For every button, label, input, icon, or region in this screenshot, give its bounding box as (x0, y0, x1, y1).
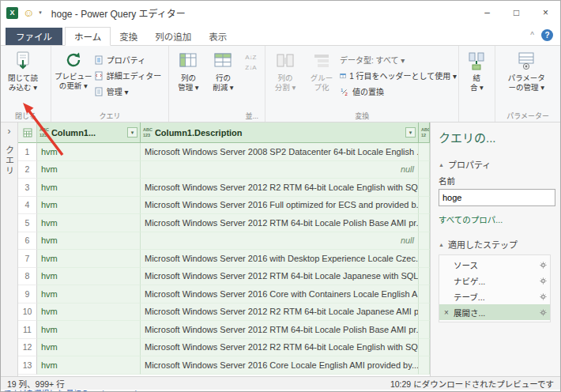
cell-partial-column[interactable] (419, 356, 430, 375)
use-first-row-button[interactable]: 1 行目をヘッダーとして使用 ▾ (340, 69, 457, 82)
cell-column1[interactable]: hvm (37, 197, 141, 215)
tab-view[interactable]: 表示 (200, 28, 235, 45)
group-by-button[interactable]: グルー プ化 (303, 47, 340, 111)
tab-file[interactable]: ファイル (6, 28, 62, 45)
data-type-button[interactable]: データ型: すべて ▾ (340, 53, 457, 66)
cell-column1[interactable]: hvm (37, 303, 141, 322)
cell-column1-description[interactable]: Microsoft Windows Server 2012 RTM 64-bit… (141, 268, 419, 286)
cell-column1[interactable]: hvm (37, 356, 141, 375)
row-number[interactable]: 4 (18, 197, 37, 215)
cell-column1[interactable]: hvm (37, 161, 141, 179)
cell-column1[interactable]: hvm (37, 268, 141, 286)
cell-partial-column[interactable] (419, 179, 430, 197)
cell-column1-description[interactable]: Microsoft Windows Server 2016 Full optim… (141, 197, 419, 215)
cell-column1-description[interactable]: Microsoft Windows Server 2012 R2 RTM 64-… (141, 303, 419, 322)
cell-column1-description[interactable]: Microsoft Windows Server 2016 Core with … (141, 285, 419, 303)
applied-step[interactable]: ×展開さ... (439, 304, 550, 320)
tab-add-column[interactable]: 列の追加 (146, 28, 200, 45)
cell-column1[interactable]: hvm (37, 143, 141, 161)
close-and-load-button[interactable]: 閉じて読 み込む ▾ (2, 47, 43, 111)
delete-step-icon[interactable]: × (442, 308, 450, 317)
expand-queries-pane-icon[interactable]: › (8, 126, 11, 136)
help-icon[interactable]: ? (541, 29, 553, 41)
tab-home[interactable]: ホーム (65, 27, 111, 46)
sort-descending-button[interactable]: Z↓A (245, 65, 256, 71)
cell-column1[interactable]: hvm (37, 321, 141, 339)
properties-section-header[interactable]: ▲ プロパティ (439, 158, 552, 171)
row-number[interactable]: 8 (18, 268, 37, 286)
cell-column1[interactable]: hvm (37, 285, 141, 303)
manage-button[interactable]: 管理 ▾ (94, 85, 167, 98)
row-number[interactable]: 5 (18, 214, 37, 232)
feedback-smiley-icon[interactable]: ☺ (23, 7, 34, 18)
reduce-rows-button[interactable]: 行の 削減 ▾ (205, 47, 240, 111)
cell-column1[interactable]: hvm (37, 232, 141, 251)
close-button[interactable]: × (531, 1, 560, 24)
cell-partial-column[interactable] (419, 232, 430, 251)
step-settings-icon[interactable] (540, 262, 547, 269)
merge-queries-button[interactable]: 結 合 ▾ (461, 47, 492, 111)
applied-steps-section-header[interactable]: ▲ 適用したステップ (439, 238, 552, 251)
cell-partial-column[interactable] (419, 214, 430, 232)
properties-button[interactable]: プロパティ (94, 53, 167, 66)
filter-dropdown-icon[interactable]: ▾ (127, 127, 137, 138)
row-number[interactable]: 6 (18, 232, 37, 251)
step-settings-icon[interactable] (540, 293, 547, 300)
cell-partial-column[interactable] (419, 143, 430, 161)
tab-transform[interactable]: 変換 (111, 28, 146, 45)
refresh-preview-button[interactable]: プレビュー の更新 ▾ (53, 47, 94, 111)
cell-partial-column[interactable] (419, 303, 430, 322)
cell-column1-description[interactable]: null (141, 161, 419, 179)
cell-partial-column[interactable] (419, 250, 430, 268)
cell-column1-description[interactable]: Microsoft Windows Server 2008 SP2 Datace… (141, 143, 419, 161)
cell-column1-description[interactable]: null (141, 232, 419, 251)
step-settings-icon[interactable] (540, 277, 547, 285)
row-number[interactable]: 1 (18, 143, 37, 161)
cell-column1-description[interactable]: Microsoft Windows Server 2012 R2 RTM 64-… (141, 179, 419, 197)
step-settings-icon[interactable] (540, 309, 547, 316)
cell-column1[interactable]: hvm (37, 339, 141, 357)
cell-partial-column[interactable] (419, 339, 430, 357)
cell-partial-column[interactable] (419, 161, 430, 179)
row-number[interactable]: 9 (18, 285, 37, 303)
cell-column1[interactable]: hvm (37, 214, 141, 232)
applied-step[interactable]: テーブ... (439, 288, 550, 304)
quick-access-dropdown-icon[interactable]: ▾ (39, 9, 42, 16)
cell-column1[interactable]: hvm (37, 179, 141, 197)
row-number[interactable]: 12 (18, 339, 37, 357)
column-type-icon[interactable]: ABC 123 (143, 127, 152, 137)
cell-column1-description[interactable]: Microsoft Windows Server 2012 R2 RTM 64-… (141, 339, 419, 357)
cell-column1-description[interactable]: Microsoft Windows Server 2016 Core Local… (141, 356, 419, 375)
row-number[interactable]: 7 (18, 250, 37, 268)
applied-step[interactable]: ナビゲ... (439, 273, 550, 288)
column-header-partial[interactable]: ABC 12 (419, 122, 430, 143)
row-number[interactable]: 2 (18, 161, 37, 179)
row-number[interactable]: 13 (18, 356, 37, 375)
cell-partial-column[interactable] (419, 321, 430, 339)
table-corner-button[interactable] (18, 122, 37, 143)
cell-column1-description[interactable]: Microsoft Windows Server 2016 with Deskt… (141, 250, 419, 268)
manage-columns-button[interactable]: 列の 管理 ▾ (171, 47, 205, 111)
collapse-triangle-icon[interactable]: ▲ (439, 242, 444, 247)
collapse-triangle-icon[interactable]: ▲ (439, 162, 444, 168)
sort-ascending-button[interactable]: A↓Z (245, 55, 256, 61)
filter-dropdown-icon[interactable]: ▾ (405, 127, 416, 138)
queries-pane-label[interactable]: クエリ (3, 145, 16, 176)
replace-values-button[interactable]: 1 2 値の置換 (340, 85, 457, 98)
manage-parameters-button[interactable]: パラメータ ーの管理 ▾ (497, 47, 555, 111)
column-header-column1[interactable]: ABC 123 Column1... ▾ (37, 122, 141, 143)
column-type-icon[interactable]: ABC 123 (40, 127, 49, 137)
query-name-input[interactable] (439, 189, 555, 206)
cell-partial-column[interactable] (419, 268, 430, 286)
all-properties-link[interactable]: すべてのプロパ... (439, 213, 552, 225)
column-header-column1-description[interactable]: ABC 123 Column1.Description ▾ (141, 122, 419, 143)
cell-column1[interactable]: hvm (37, 250, 141, 268)
collapse-ribbon-icon[interactable]: ^ (530, 32, 534, 40)
cell-column1-description[interactable]: Microsoft Windows Server 2012 RTM 64-bit… (141, 321, 419, 339)
minimize-button[interactable]: – (473, 1, 502, 24)
split-column-button[interactable]: 列の 分割 ▾ (267, 47, 303, 111)
maximize-button[interactable]: □ (502, 1, 531, 24)
cell-column1-description[interactable]: Microsoft Windows Server 2012 RTM 64-bit… (141, 214, 419, 232)
row-number[interactable]: 10 (18, 303, 37, 322)
advanced-editor-button[interactable]: 詳細エディター (94, 69, 167, 82)
